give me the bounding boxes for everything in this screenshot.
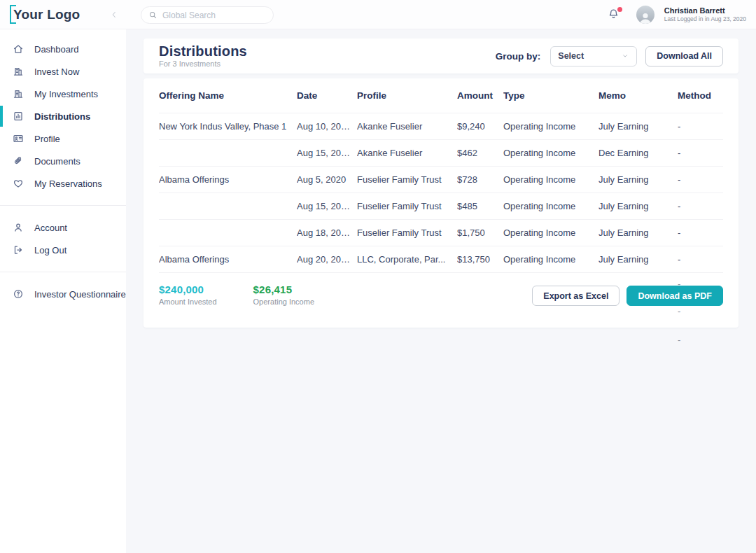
topbar: Your Logo Christian Barrett Last Logged … bbox=[0, 0, 756, 29]
sidebar-item-invest-now[interactable]: Invest Now bbox=[0, 60, 126, 83]
table-cell: Fuselier Family Trust bbox=[357, 227, 457, 238]
table-cell: $9,240 bbox=[457, 121, 503, 132]
table-row: Aug 18, 2020Fuselier Family Trust$1,750O… bbox=[159, 220, 723, 246]
sidebar-item-label: Distributions bbox=[34, 111, 90, 122]
table-cell: New York Indus Valley, Phase 1 bbox=[159, 121, 297, 132]
search-icon bbox=[148, 10, 158, 20]
table-cell: $485 bbox=[457, 201, 503, 211]
table-cell: Aug 10, 2020 bbox=[297, 121, 357, 132]
avatar[interactable] bbox=[636, 6, 654, 24]
table-cell: LLC, Corporate, Par... bbox=[357, 254, 457, 265]
table-cell: Aug 18, 2020 bbox=[297, 227, 357, 238]
table-row: Albama OfferingsAug 5, 2020Fuselier Fami… bbox=[159, 167, 723, 193]
building-icon bbox=[13, 66, 24, 77]
group-by-label: Group by: bbox=[496, 51, 541, 62]
sidebar-item-my-investments[interactable]: My Investments bbox=[0, 83, 126, 105]
table-cell: - bbox=[678, 254, 723, 265]
table-cell: Dec Earning bbox=[598, 148, 678, 158]
table-cell: - bbox=[678, 121, 723, 132]
user-last-login: Last Logged in in Aug 23, 2020 bbox=[664, 16, 746, 23]
table-cell: Fuselier Family Trust bbox=[357, 201, 457, 211]
export-excel-button[interactable]: Export as Excel bbox=[532, 286, 620, 306]
notification-dot bbox=[617, 7, 622, 12]
footer-actions: Export as Excel Download as PDF bbox=[532, 284, 723, 306]
method-dash: - bbox=[678, 306, 680, 316]
global-search[interactable] bbox=[141, 6, 274, 24]
sidebar-item-account[interactable]: Account bbox=[0, 216, 126, 239]
sidebar-item-dashboard[interactable]: Dashboard bbox=[0, 38, 126, 60]
table-cell: Aug 15, 2020 bbox=[297, 201, 357, 211]
method-dash: - bbox=[678, 335, 680, 345]
table-cell: - bbox=[678, 201, 723, 211]
bell-icon[interactable] bbox=[607, 8, 621, 22]
paperclip-icon bbox=[13, 155, 24, 167]
download-all-button[interactable]: Download All bbox=[645, 46, 723, 66]
header-controls: Group by: Select Download All bbox=[496, 46, 723, 66]
app-logo: Your Logo bbox=[10, 5, 80, 24]
table-cell: Operating Income bbox=[503, 148, 598, 158]
page-header-card: Distributions For 3 Investments Group by… bbox=[144, 38, 738, 74]
logout-icon bbox=[13, 244, 24, 255]
search-input[interactable] bbox=[162, 10, 266, 20]
column-header-type: Type bbox=[503, 90, 598, 101]
table-cell: July Earning bbox=[598, 121, 678, 132]
table-cell: $462 bbox=[457, 148, 503, 158]
sidebar-divider bbox=[0, 205, 126, 206]
sidebar-item-label: Profile bbox=[34, 134, 60, 144]
sidebar: DashboardInvest NowMy InvestmentsDistrib… bbox=[0, 29, 126, 553]
group-by-select[interactable]: Select bbox=[550, 46, 637, 66]
download-pdf-button[interactable]: Download as PDF bbox=[626, 286, 723, 306]
sidebar-item-label: Invest Now bbox=[34, 66, 79, 77]
sidebar-account-nav: AccountLog Out bbox=[0, 216, 126, 261]
summary-amount-invested: $240,000 Amount Invested bbox=[159, 284, 217, 306]
table-row: New York Indus Valley, Phase 1Aug 10, 20… bbox=[159, 113, 723, 140]
table-cell: Fuselier Family Trust bbox=[357, 174, 457, 185]
sidebar-item-documents[interactable]: Documents bbox=[0, 150, 126, 172]
sidebar-item-profile[interactable]: Profile bbox=[0, 127, 126, 150]
table-cell: July Earning bbox=[598, 254, 678, 265]
sidebar-item-distributions[interactable]: Distributions bbox=[0, 105, 126, 127]
table-cell: Operating Income bbox=[503, 227, 598, 238]
sidebar-item-log-out[interactable]: Log Out bbox=[0, 239, 126, 261]
table-cell: July Earning bbox=[598, 227, 678, 238]
id-card-icon bbox=[13, 133, 24, 144]
chevron-down-icon bbox=[621, 52, 629, 60]
page-subtitle: For 3 Investments bbox=[159, 59, 247, 68]
sidebar-main-nav: DashboardInvest NowMy InvestmentsDistrib… bbox=[0, 38, 126, 195]
table-row: Aug 15, 2020Akanke Fuselier$462Operating… bbox=[159, 140, 723, 167]
topbar-right: Christian Barrett Last Logged in in Aug … bbox=[607, 0, 746, 29]
table-cell: - bbox=[678, 148, 723, 158]
question-circle-icon bbox=[13, 288, 24, 300]
column-header-amount: Amount bbox=[457, 90, 503, 101]
operating-income-value: $26,415 bbox=[253, 284, 314, 295]
amount-invested-label: Amount Invested bbox=[159, 298, 217, 306]
page-title-block: Distributions For 3 Investments bbox=[159, 44, 247, 68]
sidebar-item-investor-questionnaire[interactable]: Investor Questionnaire bbox=[0, 283, 126, 305]
sidebar-item-label: Dashboard bbox=[34, 44, 79, 55]
table-cell: Operating Income bbox=[503, 201, 598, 211]
table-cell: July Earning bbox=[598, 174, 678, 185]
distributions-table-card: Offering NameDateProfileAmountTypeMemoMe… bbox=[144, 78, 738, 328]
sidebar-item-label: Log Out bbox=[34, 245, 66, 255]
table-cell: Aug 15, 2020 bbox=[297, 148, 357, 158]
sidebar-item-label: Account bbox=[34, 223, 67, 233]
page-title: Distributions bbox=[159, 44, 247, 59]
column-header-method: Method bbox=[678, 90, 723, 101]
summary-operating-income: $26,415 Operating Income bbox=[253, 284, 314, 306]
sidebar-item-my-reservations[interactable]: My Reservations bbox=[0, 172, 126, 195]
column-header-profile: Profile bbox=[357, 90, 457, 101]
table-cell: - bbox=[678, 227, 723, 238]
column-header-memo: Memo bbox=[598, 90, 678, 101]
user-icon bbox=[13, 222, 24, 233]
building-icon bbox=[13, 88, 24, 99]
table-row: Albama OfferingsAug 20, 2020LLC, Corpora… bbox=[159, 246, 723, 273]
user-info[interactable]: Christian Barrett Last Logged in in Aug … bbox=[664, 6, 746, 22]
sidebar-item-label: My Investments bbox=[34, 89, 98, 99]
table-cell: Aug 20, 2020 bbox=[297, 254, 357, 265]
chevron-left-icon[interactable] bbox=[109, 10, 119, 20]
sidebar-footer-nav: Investor Questionnaire bbox=[0, 283, 126, 305]
table-cell: Albama Offerings bbox=[159, 254, 297, 265]
sidebar-divider bbox=[0, 272, 126, 272]
table-footer: $240,000 Amount Invested $26,415 Operati… bbox=[159, 273, 723, 306]
table-cell: $728 bbox=[457, 174, 503, 185]
